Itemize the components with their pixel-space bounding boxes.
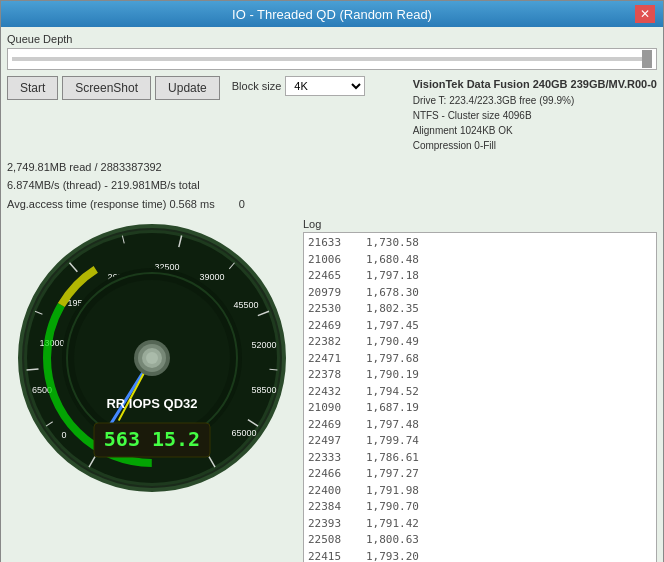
list-item: 223841,790.70	[308, 499, 652, 516]
drive-line4: Compression 0-Fill	[413, 138, 657, 153]
svg-text:65000: 65000	[231, 428, 256, 438]
list-item: 224321,794.52	[308, 384, 652, 401]
queue-slider[interactable]	[12, 57, 652, 61]
svg-text:45500: 45500	[233, 300, 258, 310]
window-title: IO - Threaded QD (Random Read)	[29, 7, 635, 22]
queue-section: Queue Depth	[7, 33, 657, 70]
title-bar: IO - Threaded QD (Random Read) ✕	[1, 1, 663, 27]
stats-line1: 2,749.81MB read / 2883387392	[7, 159, 245, 176]
list-item: 225081,800.63	[308, 532, 652, 549]
gauge-label: RR IOPS QD32	[106, 396, 197, 411]
list-item: 209791,678.30	[308, 285, 652, 302]
gauge-value: 563 15.2	[104, 427, 200, 451]
gauge-svg: 0 6500 13000 19500 26000 32500	[12, 218, 292, 498]
screenshot-button[interactable]: ScreenShot	[62, 76, 151, 100]
block-size-group: Block size 4K 512B 1K 2K 8K 16K 32K 64K …	[232, 76, 366, 96]
list-item: 210061,680.48	[308, 252, 652, 269]
list-item: 224001,791.98	[308, 483, 652, 500]
list-item: 224711,797.68	[308, 351, 652, 368]
stats-section: 2,749.81MB read / 2883387392 6.874MB/s (…	[7, 159, 245, 215]
main-content: 0 6500 13000 19500 26000 32500	[7, 218, 657, 562]
gauge-section: 0 6500 13000 19500 26000 32500	[7, 218, 297, 562]
stats-zero: 0	[239, 196, 245, 213]
main-window: IO - Threaded QD (Random Read) ✕ Queue D…	[0, 0, 664, 562]
drive-line2: NTFS - Cluster size 4096B	[413, 108, 657, 123]
list-item: 216331,730.58	[308, 235, 652, 252]
list-item: 224651,797.18	[308, 268, 652, 285]
svg-text:58500: 58500	[251, 385, 276, 395]
stats-line2: 6.874MB/s (thread) - 219.981MB/s total	[7, 177, 245, 194]
list-item: 224971,799.74	[308, 433, 652, 450]
list-item: 223331,786.61	[308, 450, 652, 467]
stats-line3: Avg.access time (response time) 0.568 ms	[7, 196, 215, 213]
queue-label: Queue Depth	[7, 33, 657, 45]
gauge-container: 0 6500 13000 19500 26000 32500	[12, 218, 292, 498]
list-item: 210901,687.19	[308, 400, 652, 417]
log-box[interactable]: 216331,730.58 210061,680.48 224651,797.1…	[303, 232, 657, 562]
block-size-label: Block size	[232, 80, 282, 92]
update-button[interactable]: Update	[155, 76, 220, 100]
list-item: 224691,797.45	[308, 318, 652, 335]
drive-name: VisionTek Data Fusion 240GB 239GB/MV.R00…	[413, 76, 657, 93]
close-button[interactable]: ✕	[635, 5, 655, 23]
log-label: Log	[303, 218, 657, 230]
list-item: 225301,802.35	[308, 301, 652, 318]
content-area: Queue Depth Start ScreenShot Update Bloc…	[1, 27, 663, 562]
list-item: 223781,790.19	[308, 367, 652, 384]
controls-row: Start ScreenShot Update Block size 4K 51…	[7, 76, 657, 153]
list-item: 224151,793.20	[308, 549, 652, 563]
block-size-select[interactable]: 4K 512B 1K 2K 8K 16K 32K 64K 128K 256K 5…	[285, 76, 365, 96]
list-item: 224691,797.48	[308, 417, 652, 434]
drive-line1: Drive T: 223.4/223.3GB free (99.9%)	[413, 93, 657, 108]
svg-point-39	[146, 352, 158, 364]
queue-slider-container	[7, 48, 657, 70]
log-section: Log 216331,730.58 210061,680.48 224651,7…	[303, 218, 657, 562]
svg-text:52000: 52000	[251, 340, 276, 350]
list-item: 223931,791.42	[308, 516, 652, 533]
svg-text:39000: 39000	[199, 272, 224, 282]
start-button[interactable]: Start	[7, 76, 58, 100]
drive-line3: Alignment 1024KB OK	[413, 123, 657, 138]
drive-info: VisionTek Data Fusion 240GB 239GB/MV.R00…	[413, 76, 657, 153]
svg-text:0: 0	[61, 430, 66, 440]
list-item: 224661,797.27	[308, 466, 652, 483]
list-item: 223821,790.49	[308, 334, 652, 351]
